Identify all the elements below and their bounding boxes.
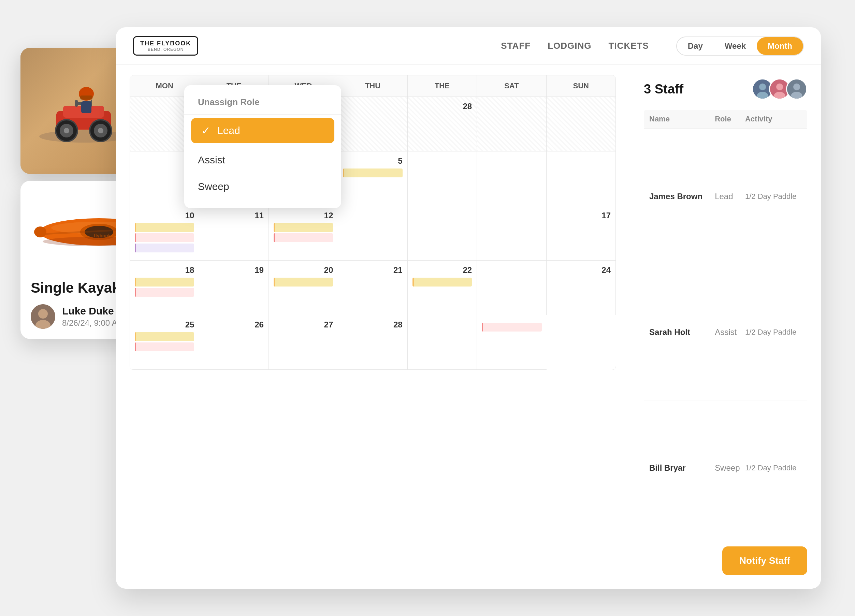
cal-day-10[interactable]: 10 xyxy=(130,206,199,260)
svg-rect-13 xyxy=(81,101,92,113)
cal-day-28a-prev[interactable] xyxy=(338,97,408,152)
sweep-label: Sweep xyxy=(198,181,229,192)
cal-day-7[interactable] xyxy=(477,152,546,206)
col-activity: Activity xyxy=(745,110,807,129)
tab-month[interactable]: Month xyxy=(757,37,803,55)
logo: THE FLYBOOK BEND, OREGON xyxy=(133,36,198,55)
event-bar xyxy=(135,223,194,232)
col-role: Role xyxy=(715,110,745,129)
day-header-sun: SUN xyxy=(547,75,616,97)
cal-day-28-prev[interactable]: 28 xyxy=(408,97,477,152)
kayak-avatar xyxy=(31,304,55,329)
staff-activity-1: 1/2 Day Paddle xyxy=(745,129,807,264)
event-bar xyxy=(135,342,194,351)
staff-count: 3 Staff xyxy=(644,82,683,97)
cal-day-12[interactable]: 12 xyxy=(269,206,338,260)
day-header-sat: SAT xyxy=(477,75,546,97)
cal-day-25[interactable]: 25 xyxy=(130,315,199,370)
staff-role-1: Lead xyxy=(715,129,745,264)
svg-point-8 xyxy=(98,128,103,133)
table-row: James Brown Lead 1/2 Day Paddle xyxy=(644,129,807,264)
cal-day-24[interactable]: 24 xyxy=(547,260,616,315)
tab-week[interactable]: Week xyxy=(714,37,757,55)
event-bar xyxy=(274,233,333,242)
calendar-area: MON TUE WED THU THE SAT SUN 25 26 27 28 xyxy=(116,65,630,589)
day-header-fri: THE xyxy=(408,75,477,97)
event-bar xyxy=(135,288,194,297)
staff-panel: 3 Staff xyxy=(630,65,821,589)
svg-rect-10 xyxy=(75,100,78,107)
staff-name-1: James Brown xyxy=(644,129,715,264)
user-name: Luke Duke xyxy=(62,305,124,317)
scene: flybook Single Kayak Luke Duke 8/26/24, … xyxy=(0,0,855,616)
cal-day-14[interactable] xyxy=(408,206,477,260)
svg-point-47 xyxy=(776,84,783,90)
cal-day-26[interactable]: 26 xyxy=(199,315,268,370)
assist-label: Assist xyxy=(198,154,225,166)
svg-point-5 xyxy=(64,128,69,133)
staff-avatar-3 xyxy=(786,78,807,100)
cal-day-21[interactable]: 21 xyxy=(338,260,408,315)
staff-name-3: Bill Bryar xyxy=(644,400,715,536)
staff-name-2: Sarah Holt xyxy=(644,264,715,400)
user-datetime: 8/26/24, 9:00 AM xyxy=(62,318,124,328)
nav-staff[interactable]: STAFF xyxy=(501,41,530,51)
cal-day-8[interactable] xyxy=(547,152,616,206)
day-header-thu: THU xyxy=(338,75,408,97)
dropdown-item-assist[interactable]: Assist xyxy=(184,147,341,173)
user-avatar-icon xyxy=(31,304,55,329)
cal-day-13[interactable] xyxy=(338,206,408,260)
notify-staff-button[interactable]: Notify Staff xyxy=(722,546,807,575)
tab-day[interactable]: Day xyxy=(677,37,714,55)
svg-rect-15 xyxy=(80,95,92,100)
staff-activity-3: 1/2 Day Paddle xyxy=(745,400,807,536)
staff-avatars xyxy=(752,78,807,100)
staff-role-2: Assist xyxy=(715,264,745,400)
app-header: THE FLYBOOK BEND, OREGON STAFF LODGING T… xyxy=(116,27,821,65)
avatar-icon-3 xyxy=(787,80,806,98)
svg-point-50 xyxy=(793,84,800,90)
cal-day-29[interactable] xyxy=(408,315,477,370)
logo-sub: BEND, OREGON xyxy=(140,47,191,52)
cal-day-19[interactable]: 19 xyxy=(199,260,268,315)
cal-day-27[interactable]: 27 xyxy=(269,315,338,370)
cal-day-30[interactable] xyxy=(477,315,546,370)
event-bar xyxy=(412,277,472,287)
cal-day-5[interactable]: 5 xyxy=(338,152,408,206)
nav-lodging[interactable]: LODGING xyxy=(548,41,591,51)
dropdown-popup: Unassign Role ✓ Lead Assist Sweep xyxy=(184,85,341,208)
dropdown-title: Unassign Role xyxy=(184,93,341,115)
cal-day-15[interactable] xyxy=(477,206,546,260)
check-icon: ✓ xyxy=(201,124,210,137)
svg-point-26 xyxy=(38,309,48,319)
cal-day-6[interactable] xyxy=(408,152,477,206)
table-row: Bill Bryar Sweep 1/2 Day Paddle xyxy=(644,400,807,536)
cal-day-30-prev[interactable] xyxy=(547,97,616,152)
logo-top: THE FLYBOOK xyxy=(140,40,191,47)
staff-header-row: 3 Staff xyxy=(644,78,807,100)
event-bar xyxy=(135,233,194,242)
dropdown-item-sweep[interactable]: Sweep xyxy=(184,173,341,200)
table-row: Sarah Holt Assist 1/2 Day Paddle xyxy=(644,264,807,400)
event-bar xyxy=(482,323,541,331)
cal-day-11[interactable]: 11 xyxy=(199,206,268,260)
kayak-user-info: Luke Duke 8/26/24, 9:00 AM xyxy=(62,305,124,328)
cal-day-28[interactable]: 28 xyxy=(338,315,408,370)
cal-day-16[interactable] xyxy=(477,260,546,315)
cal-day-20[interactable]: 20 xyxy=(269,260,338,315)
cal-day-22[interactable]: 22 xyxy=(408,260,477,315)
staff-table: Name Role Activity James Brown Lead 1/2 … xyxy=(644,110,807,536)
dropdown-item-lead[interactable]: ✓ Lead xyxy=(191,118,334,143)
staff-activity-2: 1/2 Day Paddle xyxy=(745,264,807,400)
svg-point-44 xyxy=(759,84,766,90)
event-bar xyxy=(135,277,194,287)
nav-tickets[interactable]: TICKETS xyxy=(609,41,649,51)
cal-day-29-prev[interactable] xyxy=(477,97,546,152)
col-name: Name xyxy=(644,110,715,129)
app-window: THE FLYBOOK BEND, OREGON STAFF LODGING T… xyxy=(116,27,821,589)
header-nav: STAFF LODGING TICKETS Day Week Month xyxy=(219,37,804,55)
cal-day-17[interactable]: 17 xyxy=(547,206,616,260)
cal-day-18[interactable]: 18 xyxy=(130,260,199,315)
svg-point-21 xyxy=(34,227,46,238)
event-bar xyxy=(274,223,333,232)
